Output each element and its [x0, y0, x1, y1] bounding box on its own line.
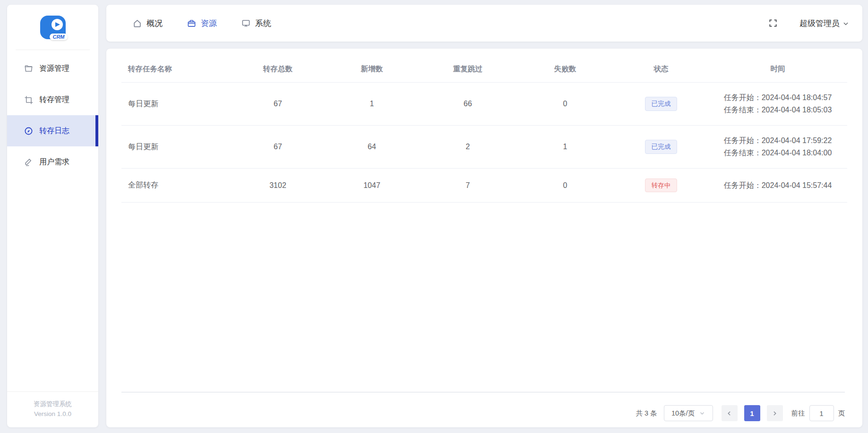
sidebar-menu: 资源管理 转存管理 转存日志 用户需求 [7, 50, 98, 178]
failed-count: 0 [516, 181, 614, 190]
page-unit-label: 页 [838, 409, 845, 418]
skipped-count: 7 [419, 181, 516, 190]
col-added: 新增数 [325, 64, 419, 74]
sidebar-item-transfer-management[interactable]: 转存管理 [7, 84, 98, 115]
user-dropdown[interactable]: 超级管理员 [799, 18, 849, 29]
col-skipped: 重复跳过 [419, 64, 516, 74]
home-icon [133, 19, 142, 28]
tab-label: 资源 [201, 18, 217, 29]
added-count: 1 [325, 100, 419, 108]
user-name: 超级管理员 [799, 18, 840, 29]
total-count: 67 [231, 143, 325, 151]
chevron-down-icon [699, 410, 705, 416]
added-count: 1047 [325, 181, 419, 190]
sidebar: CRM 资源管理 转存管理 转存日志 用户需求 [7, 5, 98, 427]
status-badge: 已完成 [645, 97, 678, 111]
prev-page-button[interactable] [722, 405, 738, 421]
col-task-name: 转存任务名称 [121, 64, 231, 74]
nav-tabs: 概况 资源 系统 [133, 18, 271, 29]
col-total: 转存总数 [231, 64, 325, 74]
skipped-count: 66 [419, 100, 516, 108]
sidebar-item-resource-management[interactable]: 资源管理 [7, 53, 98, 84]
crop-icon [24, 95, 33, 104]
task-name: 全部转存 [121, 180, 231, 190]
col-status: 状态 [614, 64, 708, 74]
pagination: 共 3 条 10条/页 1 前往 页 [636, 404, 845, 423]
total-count-label: 共 3 条 [636, 409, 657, 418]
chevron-down-icon [842, 20, 849, 27]
sidebar-item-user-demand[interactable]: 用户需求 [7, 146, 98, 178]
sidebar-item-transfer-log[interactable]: 转存日志 [7, 115, 98, 146]
table-header-row: 转存任务名称 转存总数 新增数 重复跳过 失败数 状态 时间 [121, 56, 847, 83]
compass-icon [24, 127, 33, 136]
task-time: 任务开始：2024-04-04 17:59:22 任务结束：2024-04-04… [724, 135, 832, 159]
tab-system[interactable]: 系统 [241, 18, 271, 29]
task-time: 任务开始：2024-04-04 18:04:57 任务结束：2024-04-04… [724, 92, 832, 116]
table-row: 每日更新 67 64 2 1 已完成 任务开始：2024-04-04 17:59… [121, 126, 847, 169]
failed-count: 1 [516, 143, 614, 151]
edit-icon [24, 158, 33, 167]
app-version: Version 1.0.0 [7, 409, 98, 419]
skipped-count: 2 [419, 143, 516, 151]
folder-icon [24, 64, 33, 73]
goto-page-input[interactable] [809, 405, 834, 421]
col-failed: 失败数 [516, 64, 614, 74]
task-time: 任务开始：2024-04-04 15:57:44 [724, 179, 832, 192]
table-footer-divider [121, 392, 845, 392]
tab-resources[interactable]: 资源 [187, 18, 217, 29]
table-row: 每日更新 67 1 66 0 已完成 任务开始：2024-04-04 18:04… [121, 83, 847, 126]
app-name: 资源管理系统 [7, 399, 98, 409]
fullscreen-icon[interactable] [768, 18, 778, 28]
sidebar-item-label: 用户需求 [39, 157, 69, 167]
sidebar-item-label: 转存管理 [39, 95, 69, 105]
page-number-button[interactable]: 1 [744, 405, 760, 421]
logo-text: CRM [50, 34, 67, 40]
goto-label: 前往 [791, 409, 805, 418]
sidebar-item-label: 资源管理 [39, 64, 69, 74]
status-badge: 转存中 [645, 178, 678, 193]
col-time: 时间 [708, 64, 847, 74]
status-badge: 已完成 [645, 140, 678, 154]
top-navbar: 概况 资源 系统 超级管理员 [106, 5, 862, 42]
sidebar-item-label: 转存日志 [39, 126, 69, 136]
failed-count: 0 [516, 100, 614, 108]
total-count: 3102 [231, 181, 325, 190]
task-name: 每日更新 [121, 99, 231, 109]
tab-label: 概况 [146, 18, 163, 29]
tab-label: 系统 [255, 18, 271, 29]
suitcase-icon [187, 19, 196, 28]
app-logo: CRM [16, 5, 90, 50]
task-name: 每日更新 [121, 142, 231, 152]
transfer-log-table: 转存任务名称 转存总数 新增数 重复跳过 失败数 状态 时间 每日更新 67 1… [106, 49, 862, 203]
tab-overview[interactable]: 概况 [133, 18, 163, 29]
transfer-log-panel: 转存任务名称 转存总数 新增数 重复跳过 失败数 状态 时间 每日更新 67 1… [106, 49, 862, 427]
table-row: 全部转存 3102 1047 7 0 转存中 任务开始：2024-04-04 1… [121, 169, 847, 203]
monitor-icon [241, 19, 250, 28]
next-page-button[interactable] [767, 405, 783, 421]
added-count: 64 [325, 143, 419, 151]
sidebar-footer: 资源管理系统 Version 1.0.0 [7, 391, 98, 427]
page-size-select[interactable]: 10条/页 [664, 405, 713, 421]
total-count: 67 [231, 100, 325, 108]
